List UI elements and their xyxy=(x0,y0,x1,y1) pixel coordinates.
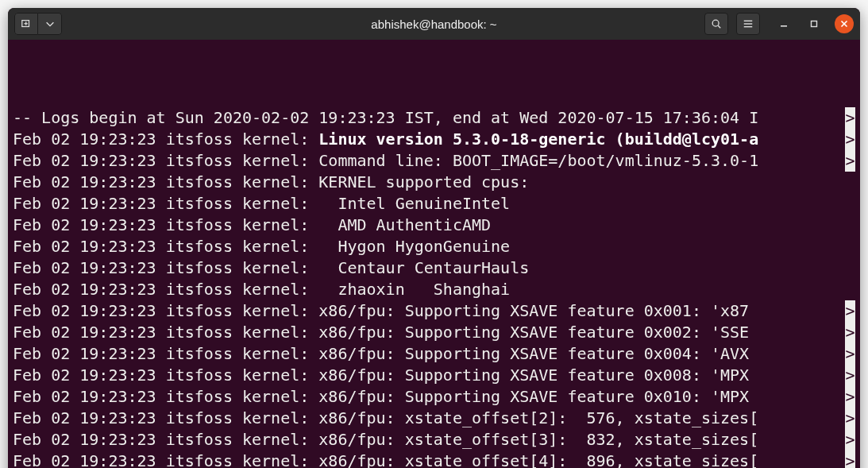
log-prefix: Feb 02 19:23:23 itsfoss kernel: xyxy=(13,258,318,277)
log-message: x86/fpu: Supporting XSAVE feature 0x001:… xyxy=(318,301,758,320)
log-prefix: Feb 02 19:23:23 itsfoss kernel: xyxy=(13,323,318,342)
log-message: x86/fpu: Supporting XSAVE feature 0x010:… xyxy=(318,387,758,406)
close-button[interactable] xyxy=(835,14,854,33)
maximize-icon xyxy=(810,20,818,28)
svg-rect-5 xyxy=(744,21,753,21)
log-message: Centaur CentaurHauls xyxy=(318,258,529,277)
new-tab-icon xyxy=(21,18,32,29)
log-line: Feb 02 19:23:23 itsfoss kernel: x86/fpu:… xyxy=(13,386,855,408)
svg-line-4 xyxy=(718,25,720,28)
log-message: x86/fpu: Supporting XSAVE feature 0x002:… xyxy=(318,323,758,342)
log-message: x86/fpu: xstate_offset[2]: 576, xstate_s… xyxy=(318,408,758,427)
log-line: Feb 02 19:23:23 itsfoss kernel: Centaur … xyxy=(13,257,855,279)
titlebar: abhishek@handbook: ~ xyxy=(8,8,860,40)
log-prefix: Feb 02 19:23:23 itsfoss kernel: xyxy=(13,151,318,170)
log-line: Feb 02 19:23:23 itsfoss kernel: Intel Ge… xyxy=(13,193,855,215)
svg-rect-6 xyxy=(744,23,753,24)
log-prefix: Feb 02 19:23:23 itsfoss kernel: xyxy=(13,430,318,449)
terminal-window: abhishek@handbook: ~ -- Lo xyxy=(8,8,860,468)
window-controls xyxy=(774,14,854,33)
log-prefix: Feb 02 19:23:23 itsfoss kernel: xyxy=(13,301,318,320)
terminal-output[interactable]: -- Logs begin at Sun 2020-02-02 19:23:23… xyxy=(8,40,860,468)
log-message: KERNEL supported cpus: xyxy=(318,172,529,191)
log-line: Feb 02 19:23:23 itsfoss kernel: x86/fpu:… xyxy=(13,365,855,386)
log-prefix: Feb 02 19:23:23 itsfoss kernel: xyxy=(13,130,318,149)
log-line: Feb 02 19:23:23 itsfoss kernel: zhaoxin … xyxy=(13,279,855,300)
log-message: x86/fpu: xstate_offset[3]: 832, xstate_s… xyxy=(318,430,758,449)
log-line: Feb 02 19:23:23 itsfoss kernel: x86/fpu:… xyxy=(13,408,855,429)
log-prefix: Feb 02 19:23:23 itsfoss kernel: xyxy=(13,451,318,468)
log-line: Feb 02 19:23:23 itsfoss kernel: x86/fpu:… xyxy=(13,343,855,365)
log-line: Feb 02 19:23:23 itsfoss kernel: AMD Auth… xyxy=(13,215,855,236)
log-message: x86/fpu: Supporting XSAVE feature 0x008:… xyxy=(318,366,758,385)
new-tab-button[interactable] xyxy=(14,13,38,35)
close-icon xyxy=(840,20,848,28)
log-message: AMD AuthenticAMD xyxy=(318,215,491,234)
log-line: Feb 02 19:23:23 itsfoss kernel: x86/fpu:… xyxy=(13,429,855,451)
log-line: -- Logs begin at Sun 2020-02-02 19:23:23… xyxy=(13,107,855,129)
titlebar-left xyxy=(14,13,62,35)
log-prefix: Feb 02 19:23:23 itsfoss kernel: xyxy=(13,408,318,427)
log-line: Feb 02 19:23:23 itsfoss kernel: KERNEL s… xyxy=(13,172,855,193)
log-message: x86/fpu: xstate_offset[4]: 896, xstate_s… xyxy=(318,451,758,468)
chevron-down-icon xyxy=(44,18,56,29)
log-prefix: Feb 02 19:23:23 itsfoss kernel: xyxy=(13,387,318,406)
svg-rect-7 xyxy=(744,26,753,27)
log-line: Feb 02 19:23:23 itsfoss kernel: x86/fpu:… xyxy=(13,300,855,322)
log-prefix: Feb 02 19:23:23 itsfoss kernel: xyxy=(13,215,318,234)
log-message: x86/fpu: Supporting XSAVE feature 0x004:… xyxy=(318,344,758,363)
svg-rect-2 xyxy=(24,23,27,24)
log-message: Hygon HygonGenuine xyxy=(318,237,510,256)
svg-rect-9 xyxy=(812,21,817,27)
menu-button[interactable] xyxy=(736,13,760,35)
maximize-button[interactable] xyxy=(804,14,824,33)
window-title: abhishek@handbook: ~ xyxy=(371,17,496,31)
hamburger-icon xyxy=(743,18,754,29)
search-button[interactable] xyxy=(704,13,728,35)
log-line: Feb 02 19:23:23 itsfoss kernel: Linux ve… xyxy=(13,129,855,150)
log-prefix: Feb 02 19:23:23 itsfoss kernel: xyxy=(13,344,318,363)
svg-point-3 xyxy=(712,20,719,26)
search-icon xyxy=(711,18,722,29)
minimize-button[interactable] xyxy=(774,14,793,33)
log-message: zhaoxin Shanghai xyxy=(318,280,510,299)
minimize-icon xyxy=(780,20,788,28)
log-line: Feb 02 19:23:23 itsfoss kernel: Command … xyxy=(13,150,855,172)
log-prefix: Feb 02 19:23:23 itsfoss kernel: xyxy=(13,366,318,385)
log-line: Feb 02 19:23:23 itsfoss kernel: x86/fpu:… xyxy=(13,451,855,468)
log-line: Feb 02 19:23:23 itsfoss kernel: Hygon Hy… xyxy=(13,236,855,257)
log-prefix: Feb 02 19:23:23 itsfoss kernel: xyxy=(13,237,318,256)
log-prefix: Feb 02 19:23:23 itsfoss kernel: xyxy=(13,194,318,213)
log-message: -- Logs begin at Sun 2020-02-02 19:23:23… xyxy=(13,108,758,127)
titlebar-right xyxy=(704,13,854,35)
svg-rect-8 xyxy=(781,25,787,27)
log-prefix: Feb 02 19:23:23 itsfoss kernel: xyxy=(13,280,318,299)
log-prefix: Feb 02 19:23:23 itsfoss kernel: xyxy=(13,172,318,191)
tab-menu-button[interactable] xyxy=(38,13,62,35)
log-line: Feb 02 19:23:23 itsfoss kernel: x86/fpu:… xyxy=(13,322,855,343)
log-message: Linux version 5.3.0-18-generic (buildd@l… xyxy=(318,130,758,149)
log-message: Command line: BOOT_IMAGE=/boot/vmlinuz-5… xyxy=(318,151,758,170)
log-message: Intel GenuineIntel xyxy=(318,194,510,213)
